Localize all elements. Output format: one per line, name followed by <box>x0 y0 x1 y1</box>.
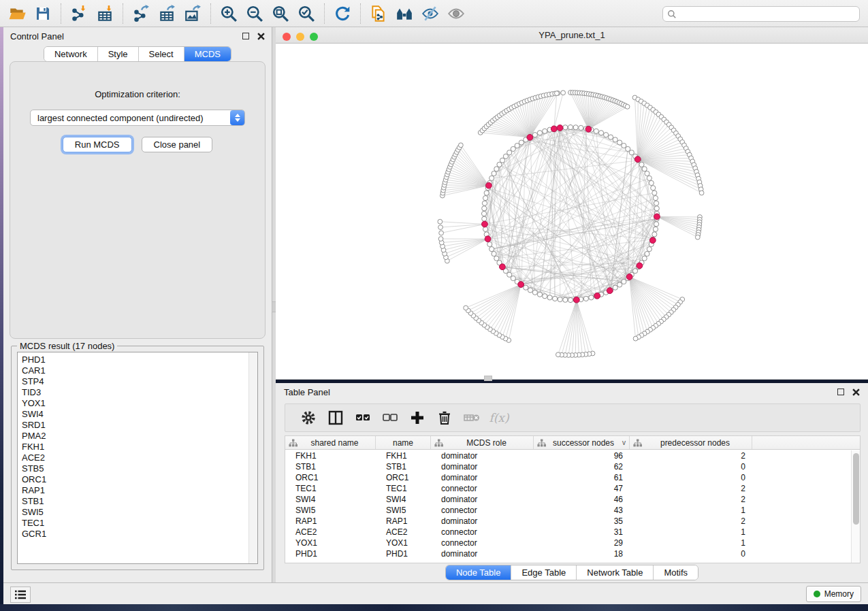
tab-network[interactable]: Network <box>44 47 98 61</box>
table-row-fkh1[interactable]: FKH1FKH1dominator962 <box>285 450 851 461</box>
table-row-phd1[interactable]: PHD1PHD1dominator180 <box>285 548 851 559</box>
export-table-button[interactable] <box>154 2 180 25</box>
table-scrollbar-thumb[interactable] <box>853 453 859 525</box>
table-row-ace2[interactable]: ACE2ACE2connector311 <box>285 527 851 538</box>
close-window-icon[interactable] <box>283 33 291 41</box>
toolbar-separator <box>61 3 61 24</box>
table-row-tec1[interactable]: TEC1TEC1connector472 <box>285 483 851 494</box>
mcds-node-stb5[interactable]: STB5 <box>22 463 257 474</box>
maximize-window-icon[interactable] <box>310 33 318 41</box>
table-panel-title: Table Panel <box>284 387 330 397</box>
tab-network-table[interactable]: Network Table <box>577 565 654 580</box>
minimize-window-icon[interactable] <box>296 33 304 41</box>
mcds-node-swi4[interactable]: SWI4 <box>22 409 257 420</box>
mcds-node-orc1[interactable]: ORC1 <box>22 474 257 485</box>
search-input[interactable] <box>680 10 855 19</box>
toggle-column-display-button[interactable] <box>322 406 349 429</box>
mcds-node-stp4[interactable]: STP4 <box>22 376 257 387</box>
network-canvas[interactable] <box>276 44 868 379</box>
mcds-node-swi5[interactable]: SWI5 <box>22 507 257 518</box>
mcds-node-tid3[interactable]: TID3 <box>22 387 257 398</box>
mcds-result-list[interactable]: PHD1CAR1STP4TID3YOX1SWI4SRD1PMA2FKH1ACE2… <box>17 352 258 564</box>
cell-name: ORC1 <box>376 472 431 483</box>
column-header-mcds-role[interactable]: MCDS role <box>431 436 534 449</box>
mcds-node-ace2[interactable]: ACE2 <box>22 452 257 463</box>
refresh-icon <box>334 5 351 22</box>
table-row-orc1[interactable]: ORC1ORC1dominator610 <box>285 472 851 483</box>
tab-motifs[interactable]: Motifs <box>654 565 698 580</box>
deselect-all-icon <box>381 409 399 427</box>
zoom-selected-button[interactable] <box>293 2 319 25</box>
binoculars-button[interactable] <box>391 2 417 25</box>
table-settings-button[interactable] <box>295 406 322 429</box>
network-title: YPA_prune.txt_1 <box>539 30 605 40</box>
memory-button[interactable]: Memory <box>806 586 861 602</box>
mcds-node-gcr1[interactable]: GCR1 <box>22 529 257 540</box>
cell-shared-name: ORC1 <box>285 472 376 483</box>
cell-mcds-role: dominator <box>431 472 534 483</box>
zoom-in-button[interactable] <box>216 2 242 25</box>
close-panel-icon[interactable] <box>257 33 265 40</box>
mcds-list-scrollbar[interactable] <box>248 352 257 563</box>
table-row-swi4[interactable]: SWI4SWI4dominator462 <box>285 494 851 505</box>
automation-panel-button[interactable] <box>10 587 31 603</box>
table-row-rap1[interactable]: RAP1RAP1dominator352 <box>285 516 851 527</box>
tab-mcds[interactable]: MCDS <box>184 47 231 61</box>
mcds-node-tec1[interactable]: TEC1 <box>22 518 257 529</box>
table-body: FKH1FKH1dominator962STB1STB1dominator620… <box>285 450 851 563</box>
column-header-name[interactable]: name <box>376 436 431 449</box>
export-network-button[interactable] <box>128 2 154 25</box>
mcds-node-car1[interactable]: CAR1 <box>22 365 257 376</box>
show-graphics-details-button[interactable] <box>443 2 469 25</box>
column-header-predecessor-nodes[interactable]: predecessor nodes <box>630 436 752 449</box>
toolbar-separator <box>360 3 361 24</box>
open-session-button[interactable] <box>4 2 30 25</box>
column-header-shared-name[interactable]: shared name <box>285 436 376 449</box>
tab-style[interactable]: Style <box>98 47 139 61</box>
export-image-button[interactable] <box>180 2 206 25</box>
float-table-panel-icon[interactable] <box>837 389 844 395</box>
apply-layout-button[interactable] <box>329 2 355 25</box>
table-row-stb1[interactable]: STB1STB1dominator620 <box>285 461 851 472</box>
tab-node-table[interactable]: Node Table <box>446 565 512 580</box>
table-row-yox1[interactable]: YOX1YOX1connector291 <box>285 538 851 548</box>
import-table-button[interactable] <box>92 2 118 25</box>
zoom-out-button[interactable] <box>242 2 268 25</box>
cell-name: PHD1 <box>376 548 431 559</box>
table-row-swi5[interactable]: SWI5SWI5connector431 <box>285 505 851 516</box>
delete-columns-button[interactable] <box>431 406 458 429</box>
save-session-button[interactable] <box>30 2 56 25</box>
export-image-icon <box>184 5 202 22</box>
mcds-node-pma2[interactable]: PMA2 <box>22 431 257 442</box>
mcds-node-fkh1[interactable]: FKH1 <box>22 442 257 452</box>
mcds-node-stb1[interactable]: STB1 <box>22 496 257 507</box>
cell-mcds-role: connector <box>431 538 534 548</box>
close-table-panel-icon[interactable] <box>852 389 860 396</box>
mcds-node-yox1[interactable]: YOX1 <box>22 398 257 409</box>
optimization-criterion-dropdown[interactable]: largest connected component (undirected) <box>30 110 245 126</box>
delete-table-button[interactable] <box>458 406 485 429</box>
run-mcds-button[interactable]: Run MCDS <box>63 137 132 152</box>
mcds-node-srd1[interactable]: SRD1 <box>22 420 257 431</box>
cell-mcds-role: connector <box>431 483 534 494</box>
hide-selected-button[interactable] <box>417 2 443 25</box>
horizontal-split-handle[interactable] <box>484 376 492 381</box>
add-column-button[interactable] <box>404 406 431 429</box>
function-builder-button[interactable]: f(x) <box>485 406 513 429</box>
select-all-button[interactable] <box>349 406 376 429</box>
deselect-all-button[interactable] <box>376 406 404 429</box>
float-panel-icon[interactable] <box>242 33 249 39</box>
dropdown-arrows-icon <box>230 110 244 125</box>
tab-edge-table[interactable]: Edge Table <box>511 565 577 580</box>
network-search-box[interactable] <box>662 6 860 22</box>
import-network-button[interactable] <box>66 2 92 25</box>
cell-shared-name: ACE2 <box>285 527 376 538</box>
mcds-node-rap1[interactable]: RAP1 <box>22 485 257 496</box>
column-header-successor-nodes[interactable]: successor nodesv <box>534 436 630 449</box>
mcds-node-phd1[interactable]: PHD1 <box>22 354 257 365</box>
close-panel-button[interactable]: Close panel <box>142 137 213 152</box>
tab-select[interactable]: Select <box>139 47 184 61</box>
new-network-from-selection-button[interactable] <box>366 2 391 25</box>
table-scrollbar[interactable] <box>851 450 860 563</box>
zoom-fit-button[interactable] <box>268 2 293 25</box>
